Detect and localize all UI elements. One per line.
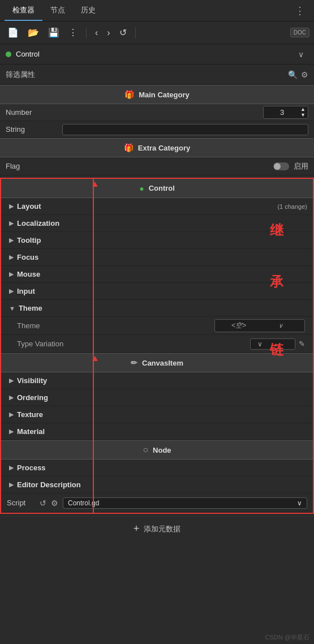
- tree-item-layout[interactable]: ▶ Layout (1 change): [1, 198, 313, 215]
- ordering-label: Ordering: [17, 393, 307, 402]
- tree-item-process[interactable]: ▶ Process: [1, 460, 313, 476]
- undo-button[interactable]: ↺: [117, 25, 130, 40]
- tab-inspector[interactable]: 检查器: [5, 1, 42, 21]
- save-button[interactable]: 💾: [45, 25, 62, 40]
- focus-label: Focus: [17, 253, 307, 261]
- type-variation-name: Type Variation: [17, 340, 250, 348]
- toolbar-separator: [86, 27, 87, 38]
- extra-category-title: Extra Category: [138, 144, 190, 152]
- tab-nodes[interactable]: 节点: [42, 1, 73, 21]
- doc-button[interactable]: DOC: [290, 28, 309, 37]
- filter-icon[interactable]: ⚙: [301, 70, 308, 79]
- tree-item-tooltip[interactable]: ▶ Tooltip: [1, 232, 313, 249]
- mouse-arrow: ▶: [9, 271, 14, 278]
- script-gear-button[interactable]: ⚙: [51, 499, 58, 508]
- script-label: Script: [7, 499, 35, 507]
- type-variation-edit-icon[interactable]: ✎: [299, 340, 305, 348]
- mouse-label: Mouse: [17, 270, 307, 278]
- theme-value-text: <空>: [220, 321, 258, 330]
- filter-label: 筛选属性: [6, 70, 283, 80]
- extra-category-header: 🎁 Extra Category: [0, 138, 314, 157]
- toolbar-separator-2: [135, 27, 136, 38]
- theme-value-dropdown[interactable]: <空> ∨: [214, 319, 305, 332]
- node-circle-icon: ○: [143, 445, 148, 455]
- tree-item-ordering[interactable]: ▶ Ordering: [1, 389, 313, 406]
- type-variation-row: Type Variation ∨ ✎: [1, 335, 313, 353]
- input-label: Input: [17, 287, 307, 295]
- control-label: Control: [16, 50, 298, 58]
- theme-label: Theme: [19, 304, 307, 312]
- number-prop-name: Number: [6, 108, 62, 117]
- tree-item-texture[interactable]: ▶ Texture: [1, 406, 313, 423]
- localization-label: Localization: [17, 219, 307, 227]
- more-button[interactable]: ⋮: [66, 25, 80, 40]
- tree-item-material[interactable]: ▶ Material: [1, 423, 313, 440]
- extra-category-icon: 🎁: [124, 143, 134, 152]
- visibility-arrow: ▶: [9, 377, 14, 384]
- script-filename: Control.gd: [68, 499, 99, 507]
- theme-prop-theme-row: Theme <空> ∨: [1, 317, 313, 335]
- node-section-title: Node: [153, 446, 171, 454]
- texture-arrow: ▶: [9, 411, 14, 418]
- tree-item-input[interactable]: ▶ Input: [1, 283, 313, 300]
- spin-buttons: ▲ ▼: [300, 107, 306, 118]
- number-prop-row: Number 3 ▲ ▼: [0, 104, 314, 121]
- search-icon[interactable]: 🔍: [288, 70, 298, 79]
- control-section-header: ● Control: [1, 179, 313, 198]
- canvas-section-header: ✏ CanvasItem: [1, 353, 313, 372]
- toolbar: 📄 📂 💾 ⋮ ‹ › ↺ DOC: [0, 22, 314, 44]
- control-dropdown-arrow[interactable]: ∨: [298, 50, 304, 59]
- control-row: Control ∨: [0, 44, 314, 65]
- flag-row: Flag 启用: [0, 157, 314, 175]
- tab-history[interactable]: 历史: [73, 1, 104, 21]
- new-button[interactable]: 📄: [5, 25, 21, 40]
- forward-button[interactable]: ›: [104, 26, 113, 40]
- material-arrow: ▶: [9, 428, 14, 435]
- flag-toggle[interactable]: [273, 162, 289, 170]
- texture-label: Texture: [17, 410, 307, 419]
- tree-item-theme[interactable]: ▼ Theme: [1, 300, 313, 317]
- editor-desc-label: Editor Description: [17, 480, 307, 489]
- tree-item-focus[interactable]: ▶ Focus: [1, 249, 313, 266]
- add-metadata-row[interactable]: + 添加元数据: [0, 516, 314, 541]
- layout-arrow: ▶: [9, 203, 14, 210]
- material-label: Material: [17, 427, 307, 436]
- layout-label: Layout: [17, 202, 274, 211]
- layout-badge: (1 change): [277, 203, 307, 210]
- canvas-pencil-icon: ✏: [131, 358, 137, 367]
- canvas-annotation-area: ▲ ✏ CanvasItem ▶ Visibility ▶ Ordering ▶…: [1, 353, 313, 513]
- open-button[interactable]: 📂: [25, 25, 42, 40]
- theme-arrow: ▼: [9, 305, 15, 312]
- tooltip-arrow: ▶: [9, 237, 14, 244]
- tree-item-visibility[interactable]: ▶ Visibility: [1, 372, 313, 389]
- tree-item-localization[interactable]: ▶ Localization: [1, 215, 313, 232]
- watermark: CSDN @毕星石: [265, 633, 309, 642]
- tree-item-mouse[interactable]: ▶ Mouse: [1, 266, 313, 283]
- theme-dropdown-arrow[interactable]: ∨: [261, 322, 300, 329]
- flag-prop-name: Flag: [6, 162, 273, 170]
- process-arrow: ▶: [9, 464, 14, 471]
- tree-item-editor-description[interactable]: ▶ Editor Description: [1, 476, 313, 493]
- string-prop-name: String: [6, 125, 62, 134]
- script-undo-button[interactable]: ↺: [40, 499, 46, 508]
- type-variation-dropdown[interactable]: ∨: [250, 338, 295, 350]
- node-section-header: ○ Node: [1, 440, 313, 460]
- visibility-label: Visibility: [17, 376, 307, 385]
- tab-more-icon[interactable]: ⋮: [290, 2, 309, 19]
- script-dropdown-arrow[interactable]: ∨: [297, 499, 302, 507]
- spin-down[interactable]: ▼: [300, 113, 306, 118]
- input-arrow: ▶: [9, 287, 14, 295]
- flag-toggle-container: 启用: [273, 161, 308, 171]
- filter-row: 筛选属性 🔍 ⚙: [0, 65, 314, 85]
- localization-arrow: ▶: [9, 220, 14, 227]
- main-category-title: Main Category: [139, 91, 190, 99]
- back-button[interactable]: ‹: [92, 26, 101, 40]
- add-label: 添加元数据: [144, 524, 180, 534]
- flag-value: 启用: [294, 161, 308, 171]
- toggle-knob: [274, 163, 281, 170]
- main-category-header: 🎁 Main Category: [0, 85, 314, 104]
- number-spinbox[interactable]: 3 ▲ ▼: [263, 106, 308, 119]
- control-section-title: Control: [149, 184, 175, 192]
- script-value-field[interactable]: Control.gd ∨: [63, 497, 307, 509]
- string-input[interactable]: [62, 124, 308, 135]
